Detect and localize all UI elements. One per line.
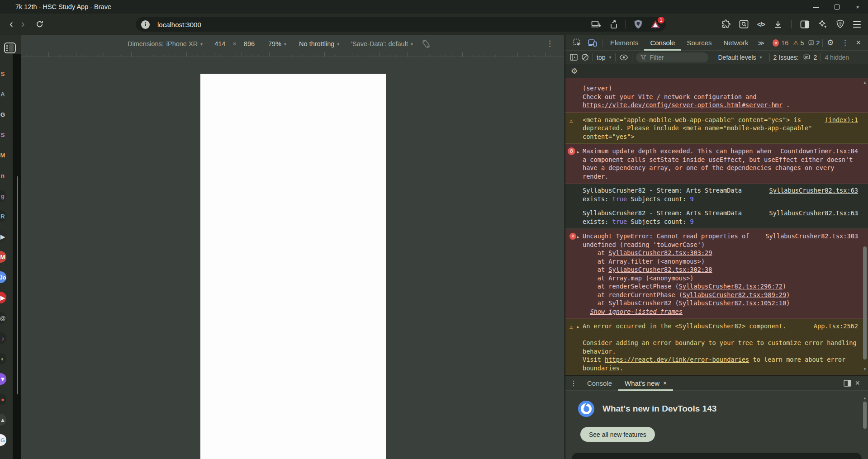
- vertical-tab-favicon[interactable]: ♪: [0, 332, 6, 344]
- see-all-features-button[interactable]: See all new features: [580, 427, 655, 442]
- vertical-tab-favicon[interactable]: M: [0, 251, 6, 263]
- vertical-tab-favicon[interactable]: ●: [0, 393, 6, 405]
- leo-ai-icon[interactable]: [818, 19, 827, 29]
- vertical-tab-favicon[interactable]: ▲: [0, 414, 6, 426]
- drawer-close-icon[interactable]: ×: [851, 379, 863, 388]
- vertical-tab-favicon[interactable]: S: [0, 129, 6, 141]
- brave-rewards-icon[interactable]: 1: [650, 20, 660, 29]
- install-app-icon[interactable]: [591, 20, 601, 28]
- console-link[interactable]: Show ignore-listed frames: [590, 308, 683, 315]
- device-selector[interactable]: Dimensions: iPhone XR ▾: [128, 40, 203, 47]
- warning-count-icon[interactable]: ⚠: [793, 39, 799, 47]
- context-selector[interactable]: top: [597, 54, 605, 61]
- site-info-icon[interactable]: i: [141, 20, 150, 29]
- source-location-link[interactable]: App.tsx:2562: [814, 322, 858, 331]
- source-location-link[interactable]: CountdownTimer.tsx:84: [780, 147, 858, 156]
- error-count[interactable]: 16: [781, 39, 788, 47]
- tab-elements[interactable]: Elements: [604, 35, 645, 51]
- zoom-selector[interactable]: 79% ▾: [268, 40, 286, 47]
- devtools-settings-icon[interactable]: ⚙: [823, 38, 838, 47]
- vertical-tab-favicon[interactable]: ◐: [0, 353, 6, 364]
- dev-mode-icon[interactable]: </>: [757, 21, 765, 28]
- viewport-width-input[interactable]: 414: [214, 40, 225, 47]
- vertical-tab-favicon[interactable]: G: [0, 434, 6, 446]
- console-sidebar-icon[interactable]: [570, 54, 578, 61]
- throttling-selector[interactable]: No throttling ▾: [299, 40, 339, 47]
- console-message-error[interactable]: CountdownTimer.tsx:848▶Maximum update de…: [565, 144, 868, 184]
- console-message-warning[interactable]: App.tsx:2562⚠▶An error occurred in the <…: [565, 319, 868, 375]
- emulated-viewport[interactable]: [200, 74, 386, 459]
- device-toolbar-menu-icon[interactable]: ⋮: [546, 39, 554, 48]
- back-button[interactable]: ‹: [5, 19, 17, 29]
- vertical-tab-favicon[interactable]: ▼: [0, 373, 6, 385]
- scroll-down-icon[interactable]: ▼: [863, 367, 867, 372]
- live-expression-icon[interactable]: [619, 54, 628, 61]
- expand-arrow-icon[interactable]: ▶: [577, 323, 579, 331]
- scroll-up-icon[interactable]: ▲: [863, 396, 867, 401]
- vertical-tab-favicon[interactable]: R: [0, 210, 6, 222]
- console-message-log[interactable]: SyllabusCrusher82.tsx:63SyllabusCrusher8…: [565, 184, 868, 206]
- inspect-element-icon[interactable]: [573, 38, 582, 47]
- expand-arrow-icon[interactable]: ▶: [577, 233, 579, 241]
- drawer-menu-icon[interactable]: ⋮: [570, 379, 581, 388]
- search-tabs-icon[interactable]: [739, 20, 749, 28]
- console-message-log[interactable]: SyllabusCrusher82.tsx:63SyllabusCrusher8…: [565, 206, 868, 229]
- vertical-tab-favicon[interactable]: Jo: [0, 271, 6, 283]
- brave-shields-icon[interactable]: [634, 19, 643, 29]
- issues-label[interactable]: 2 Issues:: [773, 54, 799, 61]
- vertical-tab-favicon[interactable]: g: [0, 190, 6, 202]
- share-icon[interactable]: [609, 20, 618, 29]
- vertical-tab-favicon[interactable]: A: [0, 88, 6, 100]
- message-count[interactable]: 2: [816, 39, 820, 47]
- console-settings-icon[interactable]: ⚙: [571, 66, 578, 76]
- maximize-button[interactable]: [826, 0, 847, 14]
- drawer-dock-icon[interactable]: [844, 380, 851, 387]
- url-text[interactable]: localhost:3000: [157, 21, 201, 28]
- tab-network[interactable]: Network: [718, 35, 754, 51]
- message-count-icon[interactable]: [808, 40, 814, 46]
- console-message-error[interactable]: (server)Check out your Vite / network co…: [565, 78, 868, 113]
- vertical-tab-favicon[interactable]: n: [0, 170, 6, 181]
- downloads-icon[interactable]: [773, 20, 783, 29]
- console-link[interactable]: SyllabusCrusher82.tsx:989:29: [683, 291, 786, 298]
- tab-console[interactable]: Console: [644, 35, 681, 51]
- warning-count[interactable]: 5: [800, 39, 804, 47]
- console-link[interactable]: SyllabusCrusher82.tsx:302:38: [608, 266, 712, 273]
- console-scrollbar[interactable]: ▲ ▼: [862, 78, 868, 375]
- vertical-tab-favicon[interactable]: S: [0, 68, 6, 80]
- viewport-height-input[interactable]: 896: [244, 40, 255, 47]
- vertical-tab-favicon[interactable]: ▶: [0, 231, 6, 242]
- save-data-selector[interactable]: 'Save-Data': default ▾: [351, 40, 413, 47]
- drawer-scrollbar[interactable]: ▲: [862, 391, 868, 459]
- tab-sources[interactable]: Sources: [681, 35, 717, 51]
- rotate-device-icon[interactable]: [421, 39, 431, 48]
- vertical-tab-favicon[interactable]: @: [0, 312, 6, 324]
- vertical-tab-favicon[interactable]: M: [0, 149, 6, 161]
- device-toolbar-toggle-icon[interactable]: [588, 39, 597, 47]
- console-link[interactable]: https://vite.dev/config/server-options.h…: [583, 101, 783, 109]
- devtools-menu-icon[interactable]: ⋮: [838, 38, 853, 47]
- drawer-tab-console[interactable]: Console: [581, 376, 618, 391]
- close-window-button[interactable]: ×: [847, 0, 868, 14]
- vpn-shield-icon[interactable]: [836, 19, 844, 29]
- more-tabs-icon[interactable]: ≫: [754, 39, 768, 47]
- vertical-tab-favicon[interactable]: ▶: [0, 292, 6, 303]
- menu-icon[interactable]: [853, 21, 861, 28]
- close-tab-icon[interactable]: ×: [663, 379, 667, 387]
- drawer-tab-whats-new[interactable]: What's new ×: [618, 376, 673, 391]
- console-link[interactable]: https://react.dev/link/error-boundaries: [605, 356, 749, 363]
- source-location-link[interactable]: SyllabusCrusher82.tsx:303: [765, 232, 858, 241]
- minimize-button[interactable]: —: [806, 0, 826, 14]
- forward-button[interactable]: ›: [17, 19, 29, 29]
- console-message-warning[interactable]: (index):1⚠<meta name="apple-mobile-web-a…: [565, 113, 868, 144]
- console-link[interactable]: SyllabusCrusher82.tsx:296:72: [679, 283, 783, 290]
- scrollbar-thumb[interactable]: [863, 402, 867, 429]
- scrollbar-thumb[interactable]: [863, 246, 867, 360]
- address-bar[interactable]: i localhost:3000 1: [136, 17, 666, 32]
- sidebar-toggle-icon[interactable]: [4, 43, 16, 53]
- devtools-close-icon[interactable]: ×: [853, 38, 865, 47]
- expand-arrow-icon[interactable]: ▶: [577, 148, 579, 156]
- source-location-link[interactable]: SyllabusCrusher82.tsx:63: [769, 186, 858, 195]
- clear-console-icon[interactable]: [581, 53, 589, 61]
- console-message-error[interactable]: SyllabusCrusher82.tsx:303×▶Uncaught Type…: [565, 229, 868, 319]
